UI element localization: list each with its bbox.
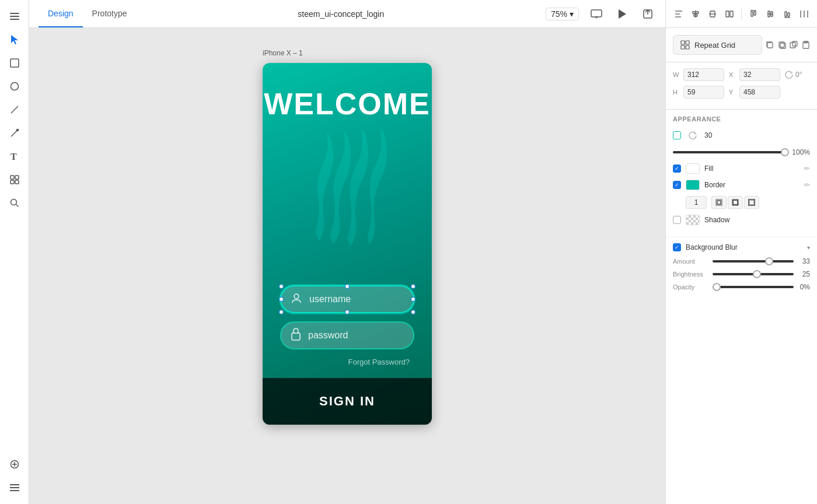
tab-design[interactable]: Design [39,0,83,27]
width-x-row: W X 0° [673,68,810,81]
border-checkbox[interactable] [673,181,681,189]
align-toolbar [666,0,817,28]
password-field[interactable]: password [280,321,414,349]
copy-icon[interactable] [766,38,774,52]
username-text: username [309,294,351,304]
border-width-input[interactable] [686,196,707,209]
svg-rect-4 [11,59,19,67]
refresh-icon[interactable] [686,128,700,142]
h-input[interactable] [683,86,724,99]
lock-icon [291,328,301,344]
align-left-icon[interactable] [671,6,686,22]
canvas-area[interactable]: iPhone X – 1 [29,28,665,504]
plugin-icon[interactable] [5,455,24,474]
device-preview-icon[interactable] [588,6,605,22]
svg-rect-20 [10,490,19,491]
border-edit-icon[interactable]: ✏ [804,181,810,189]
align-center-v-icon[interactable] [762,6,778,22]
h-label: H [673,89,679,96]
sign-in-bar[interactable]: SIGN IN [263,378,432,425]
svg-rect-0 [10,13,19,14]
distribute-icon[interactable] [797,6,812,22]
svg-rect-57 [780,43,785,48]
blur-checkbox[interactable] [673,243,681,251]
search-tool[interactable] [5,194,24,212]
username-field[interactable]: username [280,285,414,313]
shadow-label: Shadow [704,216,810,224]
border-color-swatch[interactable] [686,180,700,190]
svg-rect-18 [10,484,19,485]
rotation-value: 0° [795,71,802,79]
blur-opacity-slider-thumb[interactable] [713,283,721,291]
handle-bl [279,310,284,314]
amount-slider-track[interactable] [713,260,794,262]
background-blur-section: Background Blur ▾ Amount 33 Brightness 2… [666,237,817,302]
align-top-icon[interactable] [745,6,761,22]
opacity-slider-thumb[interactable] [781,148,789,156]
blur-opacity-value: 0% [798,283,810,291]
text-tool[interactable]: T [5,147,24,166]
copy2-icon[interactable] [777,38,786,52]
fill-edit-icon[interactable]: ✏ [804,164,810,173]
x-input[interactable] [739,68,780,81]
pen-tool[interactable] [5,124,24,142]
select-tool[interactable] [5,30,24,49]
y-input[interactable] [739,86,780,99]
w-label: W [673,71,679,78]
fill-color-swatch[interactable] [686,163,700,174]
paste-icon[interactable] [801,38,810,52]
ellipse-tool[interactable] [5,77,24,96]
fill-checkbox[interactable] [673,164,681,173]
line-tool[interactable] [5,100,24,119]
opacity-row: 100% [673,148,810,156]
brightness-row: Brightness 25 [673,270,810,278]
layers-icon[interactable] [5,478,24,497]
brightness-slider-thumb[interactable] [753,270,761,278]
repeat-grid-button[interactable]: Repeat Grid [673,35,762,55]
svg-rect-59 [792,41,797,46]
copy3-icon[interactable] [790,38,798,52]
svg-rect-1 [10,16,19,17]
opacity-slider-track[interactable] [673,151,785,153]
handle-tr [411,284,416,289]
rectangle-tool[interactable] [5,54,24,72]
tab-prototype[interactable]: Prototype [83,0,137,27]
svg-rect-63 [717,201,721,204]
menu-icon[interactable] [5,7,24,26]
shadow-color-swatch[interactable] [686,215,700,225]
align-center-h-icon[interactable] [687,6,703,22]
play-icon[interactable] [614,6,630,22]
border-outer-icon[interactable] [744,196,759,209]
svg-text:T: T [11,152,17,161]
svg-rect-54 [686,46,689,49]
amount-slider-thumb[interactable] [765,257,773,265]
svg-marker-24 [619,9,626,19]
sign-in-text: SIGN IN [319,394,375,409]
shadow-checkbox[interactable] [673,216,681,224]
svg-point-27 [294,294,299,299]
svg-rect-21 [591,10,602,17]
w-input[interactable] [683,68,724,81]
amount-label: Amount [673,258,708,265]
svg-rect-9 [11,176,14,179]
password-text: password [308,330,348,341]
blur-chevron-icon[interactable]: ▾ [807,244,810,251]
align-justify-icon[interactable] [722,6,738,22]
zoom-control[interactable]: 75% ▾ [546,8,579,20]
svg-rect-12 [15,180,19,184]
align-right-icon[interactable] [705,6,721,22]
border-inner-icon[interactable] [711,196,727,209]
forgot-password[interactable]: Forgot Password? [280,358,414,366]
header-right: 75% ▾ [546,6,656,22]
border-center-icon[interactable] [728,196,743,209]
blur-opacity-slider-track[interactable] [713,286,794,288]
blur-opacity-label: Opacity [673,284,708,290]
svg-rect-40 [751,12,753,16]
svg-rect-10 [15,176,19,179]
share-icon[interactable] [640,6,656,22]
component-tool[interactable] [5,170,24,189]
handle-tl [279,284,284,289]
align-bottom-icon[interactable] [779,6,795,22]
brightness-slider-track[interactable] [713,273,794,275]
svg-rect-11 [11,180,14,184]
